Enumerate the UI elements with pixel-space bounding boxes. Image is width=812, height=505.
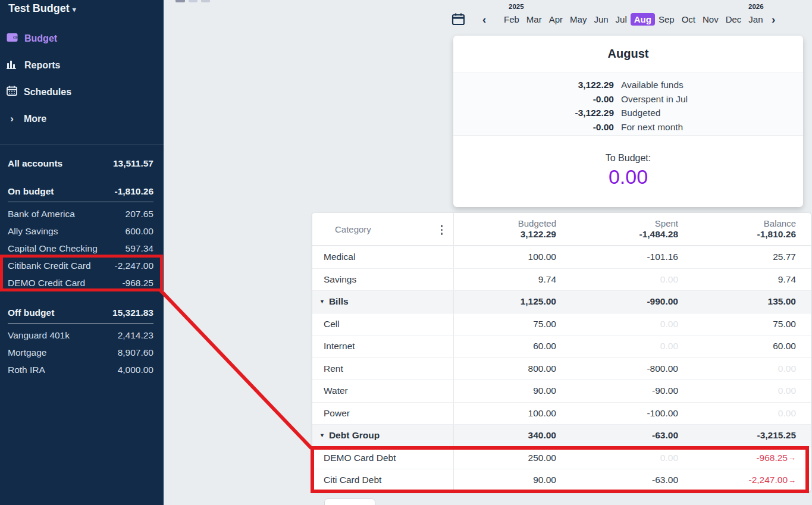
balance-cell[interactable]: 0.00 [686, 385, 811, 396]
month-jan[interactable]: Jan [745, 13, 766, 26]
spent-total: -1,484.28 [639, 229, 679, 240]
table-row-citi-card-debt[interactable]: Citi Card Debt 90.00 -63.00 -2,247.00→ [312, 469, 811, 491]
budget-switcher[interactable]: Test Budget▾ [8, 2, 76, 15]
balance-cell[interactable]: -968.25→ [686, 453, 811, 463]
account-row-citibank-credit-card[interactable]: Citibank Credit Card -2,247.00 [8, 257, 153, 274]
month-may[interactable]: May [566, 13, 590, 26]
next-month-icon[interactable]: › [772, 13, 775, 26]
month-apr[interactable]: Apr [545, 13, 566, 26]
table-group-row-debt-group[interactable]: ▼ Debt Group 340.00 -63.00 -3,215.25 [312, 424, 811, 447]
month-oct[interactable]: Oct [678, 13, 699, 26]
spent-cell[interactable]: 0.00 [564, 453, 686, 463]
account-name: Vanguard 401k [8, 330, 70, 341]
table-row-rent[interactable]: Rent 800.00 -800.00 0.00 [312, 357, 811, 380]
month-feb[interactable]: Feb [500, 13, 523, 26]
spent-cell[interactable]: -100.00 [564, 408, 686, 419]
table-row-savings[interactable]: Savings 9.74 0.00 9.74 [312, 268, 811, 291]
account-row-roth-ira[interactable]: Roth IRA 4,000.00 [8, 361, 153, 378]
account-row-demo-credit-card[interactable]: DEMO Credit Card -968.25 [8, 274, 153, 291]
prev-month-icon[interactable]: ‹ [482, 13, 486, 26]
budgeted-cell[interactable]: 90.00 [454, 385, 564, 396]
category-name[interactable]: Citi Card Debt [312, 469, 454, 491]
account-row-ally-savings[interactable]: Ally Savings 600.00 [8, 222, 153, 240]
account-row-vanguard-401k[interactable]: Vanguard 401k 2,414.23 [8, 327, 153, 344]
month-nov[interactable]: Nov [699, 13, 722, 26]
table-row-power[interactable]: Power 100.00 -100.00 0.00 [312, 402, 811, 425]
off-budget-row[interactable]: Off budget 15,321.83 [8, 306, 153, 319]
account-row-capital-one-checking[interactable]: Capital One Checking 597.34 [8, 240, 153, 257]
off-budget-label: Off budget [8, 308, 54, 318]
category-name[interactable]: Internet [312, 335, 454, 357]
budgeted-cell[interactable]: 800.00 [454, 363, 564, 374]
bar-chart-icon [7, 59, 18, 71]
month-jun[interactable]: Jun [590, 13, 612, 26]
category-name[interactable]: Rent [312, 358, 454, 380]
group-name: ▼ Bills [312, 291, 454, 313]
collapse-triangle-icon[interactable]: ▼ [319, 299, 325, 305]
month-dec[interactable]: Dec [722, 13, 745, 26]
balance-cell[interactable]: 60.00 [686, 341, 811, 352]
table-group-row-bills[interactable]: ▼ Bills 1,125.00 -990.00 135.00 [312, 290, 811, 313]
budgeted-cell[interactable]: 100.00 [454, 408, 564, 419]
on-budget-label: On budget [8, 186, 54, 197]
sidebar-item-more[interactable]: › More [0, 105, 164, 132]
category-name[interactable]: Power [312, 403, 454, 425]
sidebar-item-reports[interactable]: Reports [0, 52, 164, 79]
year-label-right: 2026 [748, 3, 764, 10]
spent-header-cell[interactable]: Spent -1,484.28 [564, 213, 686, 245]
calendar-picker-icon[interactable] [452, 12, 466, 27]
month-mar[interactable]: Mar [523, 13, 545, 26]
category-name[interactable]: Water [312, 380, 454, 402]
budgeted-cell[interactable]: 250.00 [454, 453, 564, 463]
balance-cell[interactable]: -2,247.00→ [686, 475, 811, 485]
budgeted-cell[interactable]: 90.00 [454, 475, 564, 485]
add-group-button-clipped[interactable] [324, 498, 375, 505]
month-jul[interactable]: Jul [612, 13, 631, 26]
category-name[interactable]: Cell [312, 313, 454, 335]
balance-cell[interactable]: 9.74 [686, 274, 811, 285]
category-menu-kebab-icon[interactable] [441, 225, 443, 235]
app-window: Test Budget▾ Budget Reports Schedules [0, 0, 812, 505]
all-accounts-row[interactable]: All accounts 13,511.57 [8, 157, 153, 170]
summary-value: 3,122.29 [453, 78, 614, 92]
balance-cell[interactable]: 25.77 [686, 252, 811, 262]
carryover-arrow-icon[interactable]: → [788, 476, 796, 485]
spent-cell[interactable]: -101.16 [564, 252, 686, 262]
month-sep[interactable]: Sep [655, 13, 678, 26]
budgeted-cell[interactable]: 75.00 [454, 319, 564, 330]
balance-cell[interactable]: 0.00 [686, 408, 811, 419]
spent-cell[interactable]: 0.00 [564, 341, 686, 352]
to-budget-value[interactable]: 0.00 [453, 165, 803, 189]
table-row-internet[interactable]: Internet 60.00 0.00 60.00 [312, 335, 811, 357]
table-row-water[interactable]: Water 90.00 -90.00 0.00 [312, 379, 811, 402]
category-name[interactable]: DEMO Card Debt [312, 447, 454, 469]
spent-cell[interactable]: 0.00 [564, 319, 686, 330]
spent-cell[interactable]: 0.00 [564, 274, 686, 285]
on-budget-row[interactable]: On budget -1,810.26 [8, 185, 153, 198]
balance-cell: -3,215.25 [686, 430, 811, 441]
spent-cell[interactable]: -90.00 [564, 385, 686, 396]
table-row-demo-card-debt[interactable]: DEMO Card Debt 250.00 0.00 -968.25→ [312, 447, 811, 469]
sidebar-item-schedules[interactable]: Schedules [0, 79, 164, 105]
table-row-cell[interactable]: Cell 75.00 0.00 75.00 [312, 313, 811, 335]
balance-cell[interactable]: 75.00 [686, 319, 811, 330]
budgeted-cell[interactable]: 9.74 [454, 274, 564, 285]
budgeted-cell[interactable]: 60.00 [454, 341, 564, 352]
account-row-mortgage[interactable]: Mortgage 8,907.60 [8, 344, 153, 361]
spent-cell[interactable]: -63.00 [564, 475, 686, 485]
sidebar-item-budget[interactable]: Budget [0, 25, 164, 52]
collapse-triangle-icon[interactable]: ▼ [319, 432, 325, 438]
account-row-bank-of-america[interactable]: Bank of America 207.65 [8, 205, 153, 222]
balance-cell[interactable]: 0.00 [686, 363, 811, 374]
budgeted-header-cell[interactable]: Budgeted 3,122.29 [454, 213, 564, 245]
carryover-arrow-icon[interactable]: → [788, 453, 796, 462]
balance-header-cell[interactable]: Balance -1,810.26 [686, 213, 811, 245]
month-aug-selected[interactable]: Aug [631, 13, 655, 26]
spent-cell: -63.00 [564, 430, 686, 441]
off-budget-value: 15,321.83 [112, 308, 153, 318]
category-name[interactable]: Medical [312, 246, 454, 268]
budgeted-cell[interactable]: 100.00 [454, 252, 564, 262]
table-row-medical[interactable]: Medical 100.00 -101.16 25.77 [312, 246, 811, 268]
spent-cell[interactable]: -800.00 [564, 363, 686, 374]
category-name[interactable]: Savings [312, 269, 454, 291]
